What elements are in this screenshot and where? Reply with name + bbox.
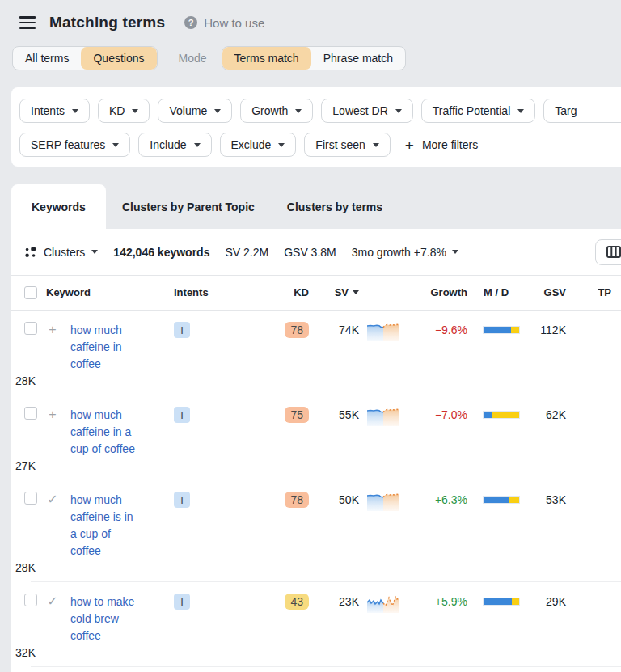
mobile-share-segment: [484, 497, 509, 503]
traffic-potential-filter[interactable]: Traffic Potential: [421, 99, 536, 123]
target-filter-label: Targ: [555, 104, 577, 117]
match-mode-group: Terms match Phrase match: [222, 46, 407, 70]
clusters-dropdown-label: Clusters: [44, 246, 85, 259]
all-terms-button[interactable]: All terms: [13, 47, 81, 70]
tab-keywords[interactable]: Keywords: [11, 184, 106, 229]
chevron-down-icon: [112, 143, 119, 147]
serp-features-filter-label: SERP features: [31, 138, 105, 151]
mobile-desktop-bar: [484, 412, 519, 418]
table-toolbar: Clusters 142,046 keywords SV 2.2M GSV 3.…: [11, 229, 621, 275]
chevron-down-icon: [91, 250, 98, 254]
result-tabs: Keywords Clusters by Parent Topic Cluste…: [11, 184, 621, 229]
chevron-down-icon: [395, 109, 402, 113]
gsv-value: 29K: [526, 594, 571, 610]
intents-filter-label: Intents: [31, 104, 65, 117]
table-row: + how much caffeine in coffee I 78 74K −…: [11, 311, 621, 395]
add-state-icon[interactable]: ✓: [40, 594, 65, 610]
column-header-sv[interactable]: SV: [314, 286, 364, 298]
sv-value: 23K: [314, 594, 364, 610]
traffic-potential-filter-label: Traffic Potential: [433, 104, 511, 117]
growth-dropdown[interactable]: 3mo growth +7.8%: [352, 246, 458, 259]
mode-label: Mode: [179, 52, 207, 65]
include-filter-label: Include: [150, 138, 186, 151]
column-header-md[interactable]: M / D: [472, 286, 526, 298]
growth-value: +6.3%: [404, 492, 472, 508]
terms-filter-group: All terms Questions: [12, 46, 158, 70]
more-filters-label: More filters: [422, 138, 478, 151]
chevron-down-icon: [72, 109, 78, 113]
target-filter[interactable]: Targ: [543, 99, 621, 123]
table-row: ✓ how much caffeine is in a cup of coffe…: [11, 480, 621, 582]
desktop-share-segment: [512, 598, 519, 605]
tab-clusters-by-terms[interactable]: Clusters by terms: [271, 184, 399, 229]
column-header-tp[interactable]: TP: [571, 286, 616, 298]
tp-value: 28K: [11, 373, 40, 389]
add-state-icon[interactable]: +: [40, 407, 65, 423]
columns-button[interactable]: [595, 239, 621, 265]
row-checkbox[interactable]: [24, 322, 37, 335]
kd-badge: 78: [285, 492, 309, 508]
intent-badge: I: [174, 407, 190, 423]
gsv-value: 62K: [526, 407, 571, 423]
row-checkbox[interactable]: [24, 594, 37, 606]
columns-icon: [606, 246, 621, 258]
serp-features-filter[interactable]: SERP features: [19, 133, 130, 157]
volume-filter[interactable]: Volume: [158, 99, 232, 123]
how-to-use-link[interactable]: ? How to use: [184, 16, 264, 30]
how-to-use-label: How to use: [204, 16, 264, 30]
keyword-link[interactable]: how much caffeine in coffee: [70, 322, 122, 373]
desktop-share-segment: [492, 412, 519, 418]
exclude-filter-label: Exclude: [231, 138, 272, 151]
help-icon: ?: [184, 16, 197, 29]
column-header-intents[interactable]: Intents: [163, 286, 252, 298]
row-checkbox[interactable]: [24, 407, 37, 420]
kd-filter-label: KD: [109, 104, 125, 117]
terms-match-button[interactable]: Terms match: [222, 47, 311, 70]
keyword-link[interactable]: how to make cold brew coffee: [70, 594, 134, 645]
growth-dropdown-label: 3mo growth +7.8%: [352, 246, 446, 259]
phrase-match-button[interactable]: Phrase match: [311, 47, 405, 70]
growth-filter-label: Growth: [251, 104, 288, 117]
column-header-keyword[interactable]: Keyword: [40, 286, 163, 298]
lowest-dr-filter[interactable]: Lowest DR: [321, 99, 412, 123]
tab-clusters-by-parent-topic[interactable]: Clusters by Parent Topic: [106, 184, 271, 229]
growth-value: −7.0%: [404, 407, 472, 423]
clusters-dropdown[interactable]: Clusters: [24, 246, 98, 259]
tp-value: 28K: [11, 560, 40, 576]
sort-desc-icon: [353, 290, 359, 294]
row-checkbox[interactable]: [24, 492, 37, 505]
volume-filter-label: Volume: [169, 104, 207, 117]
table-row: ✓ how to make cold brew coffee I 43 23K …: [11, 582, 621, 667]
growth-filter[interactable]: Growth: [240, 99, 313, 123]
add-state-icon[interactable]: +: [40, 322, 65, 338]
table-header-row: Keyword Intents KD SV Growth M / D GSV T…: [11, 275, 621, 311]
growth-value: +5.9%: [404, 594, 472, 610]
column-header-kd[interactable]: KD: [252, 286, 314, 298]
exclude-filter[interactable]: Exclude: [220, 133, 297, 157]
sv-value: 50K: [314, 492, 364, 508]
intents-filter[interactable]: Intents: [19, 99, 90, 123]
sv-header-label: SV: [335, 286, 349, 298]
mode-bar: All terms Questions Mode Terms match Phr…: [12, 46, 621, 70]
kd-badge: 78: [285, 322, 309, 338]
select-all-checkbox[interactable]: [24, 286, 37, 299]
first-seen-filter[interactable]: First seen: [304, 133, 390, 157]
include-filter[interactable]: Include: [138, 133, 211, 157]
menu-icon[interactable]: [19, 16, 36, 29]
kd-badge: 43: [285, 594, 309, 610]
add-state-icon[interactable]: ✓: [40, 492, 65, 508]
chevron-down-icon: [452, 250, 458, 254]
growth-value: −9.6%: [404, 322, 472, 338]
more-filters-button[interactable]: +More filters: [405, 137, 478, 153]
column-header-growth[interactable]: Growth: [404, 286, 472, 298]
filters-panel: Intents KD Volume Growth Lowest DR Traff…: [11, 87, 621, 167]
questions-button[interactable]: Questions: [81, 47, 156, 70]
keyword-link[interactable]: how much caffeine is in a cup of coffee: [70, 492, 133, 560]
gsv-value: 112K: [526, 322, 571, 338]
plus-icon: +: [405, 137, 414, 153]
sv-total: SV 2.2M: [225, 246, 268, 259]
kd-filter[interactable]: KD: [98, 99, 150, 123]
trend-sparkline: [364, 320, 404, 344]
keyword-link[interactable]: how much caffeine in a cup of coffee: [70, 407, 135, 458]
column-header-gsv[interactable]: GSV: [526, 286, 571, 298]
